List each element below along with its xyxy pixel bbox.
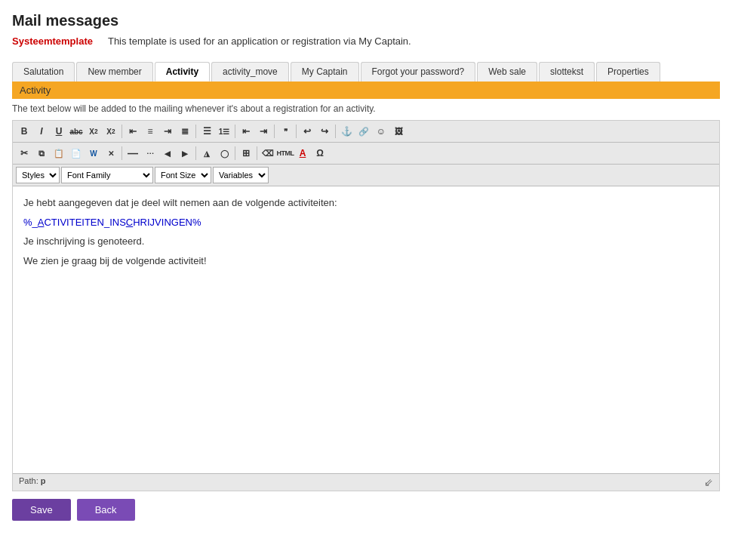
styles-select[interactable]: Styles bbox=[16, 167, 60, 183]
arrow-left-button[interactable]: ◀ bbox=[159, 145, 176, 162]
content-line-4: We zien je graag bij de volgende activit… bbox=[23, 254, 709, 269]
tab-salutation[interactable]: Salutation bbox=[12, 62, 75, 82]
align-center-button[interactable]: ≡ bbox=[142, 123, 158, 140]
erase-button[interactable]: ⌫ bbox=[260, 145, 276, 162]
tab-description: The text below will be added to the mail… bbox=[12, 103, 720, 114]
table-button[interactable]: ⊞ bbox=[238, 145, 254, 162]
sep-7 bbox=[121, 146, 122, 160]
save-button[interactable]: Save bbox=[12, 499, 71, 521]
path-element: p bbox=[41, 476, 46, 485]
subscript-button[interactable]: X2 bbox=[85, 123, 102, 140]
buttons-row: Save Back bbox=[12, 499, 720, 521]
content-var-line: %_ACTIVITEITEN_INSCHRIJVINGEN% bbox=[23, 215, 709, 230]
html-source-button[interactable]: HTML bbox=[277, 145, 294, 162]
resize2-button[interactable]: ◯ bbox=[216, 145, 232, 162]
sep-2 bbox=[195, 125, 196, 138]
italic-button[interactable]: I bbox=[33, 123, 50, 140]
tab-forgot-password[interactable]: Forgot your password? bbox=[361, 62, 476, 82]
path-info: Path: p bbox=[19, 476, 45, 488]
tab-my-captain[interactable]: My Captain bbox=[291, 62, 359, 82]
resize-handle[interactable]: ⇙ bbox=[704, 476, 713, 488]
tab-activity-move[interactable]: activity_move bbox=[211, 62, 289, 82]
paste-text-button[interactable]: 📄 bbox=[68, 145, 85, 162]
bold-button[interactable]: B bbox=[16, 123, 32, 140]
undo-button[interactable]: ↩ bbox=[299, 123, 315, 140]
strikethrough-button[interactable]: abc bbox=[68, 123, 85, 140]
indent-button[interactable]: ⇥ bbox=[255, 123, 272, 140]
activity-variable: %_ACTIVITEITEN_INSCHRIJVINGEN% bbox=[23, 217, 201, 228]
outdent-button[interactable]: ⇤ bbox=[238, 123, 254, 140]
editor-content[interactable]: Je hebt aangegeven dat je deel wilt neme… bbox=[13, 186, 719, 473]
paste-word-button[interactable]: W bbox=[85, 145, 102, 162]
ul-button[interactable]: ☰ bbox=[198, 123, 215, 140]
sep-10 bbox=[257, 146, 257, 160]
page-break-button[interactable]: ⋯ bbox=[142, 145, 158, 162]
arrow-right-button[interactable]: ▶ bbox=[177, 145, 193, 162]
font-size-select[interactable]: Font Size 8 10 12 14 16 18 24 bbox=[155, 167, 211, 183]
paste-button[interactable]: 📋 bbox=[51, 145, 67, 162]
content-line-1: Je hebt aangegeven dat je deel wilt neme… bbox=[23, 195, 709, 211]
template-description: This template is used for an application… bbox=[108, 35, 411, 47]
special-chars-button[interactable]: Ω bbox=[312, 145, 328, 162]
editor-path-bar: Path: p ⇙ bbox=[13, 473, 719, 491]
tab-web-sale[interactable]: Web sale bbox=[477, 62, 537, 82]
underline-button[interactable]: U bbox=[51, 123, 67, 140]
emoticon-button[interactable]: ☺ bbox=[373, 123, 389, 140]
toolbar-row-2: ✂ ⧉ 📋 📄 W ✕ — ⋯ ◀ ▶ ◮ ◯ ⊞ ⌫ HTML A Ω bbox=[13, 143, 719, 165]
sep-9 bbox=[235, 146, 235, 160]
tabs-container: Salutation New member Activity activity_… bbox=[12, 62, 720, 82]
copy-button[interactable]: ⧉ bbox=[33, 145, 50, 162]
tab-activity[interactable]: Activity bbox=[155, 62, 210, 82]
sep-4 bbox=[274, 125, 275, 138]
tab-properties[interactable]: Properties bbox=[596, 62, 660, 82]
sep-1 bbox=[121, 125, 122, 138]
sep-6 bbox=[335, 125, 336, 138]
content-line-3: Je inschrijving is genoteerd. bbox=[23, 234, 709, 249]
header-row: Systeemtemplate This template is used fo… bbox=[12, 35, 720, 47]
tab-new-member[interactable]: New member bbox=[76, 62, 152, 82]
redo-button[interactable]: ↪ bbox=[316, 123, 333, 140]
active-tab-bar: Activity bbox=[12, 82, 720, 99]
remove-format-button[interactable]: ✕ bbox=[103, 145, 119, 162]
font-family-select[interactable]: Font Family Arial Georgia Times New Roma… bbox=[61, 167, 153, 183]
variables-select[interactable]: Variables bbox=[213, 167, 269, 183]
editor-wrapper: B I U abc X2 X2 ⇤ ≡ ⇥ ≣ ☰ 1☰ ⇤ ⇥ ❞ ↩ ↪ ⚓… bbox=[12, 120, 720, 491]
system-template-label: Systeemtemplate bbox=[12, 35, 93, 47]
back-button[interactable]: Back bbox=[77, 499, 135, 521]
align-left-button[interactable]: ⇤ bbox=[125, 123, 141, 140]
image-button[interactable]: 🖼 bbox=[390, 123, 407, 140]
cut-button[interactable]: ✂ bbox=[16, 145, 32, 162]
ol-button[interactable]: 1☰ bbox=[216, 123, 232, 140]
superscript-button[interactable]: X2 bbox=[103, 123, 119, 140]
link-button[interactable]: 🔗 bbox=[355, 123, 372, 140]
page-title: Mail messages bbox=[12, 12, 720, 29]
toolbar-row-1: B I U abc X2 X2 ⇤ ≡ ⇥ ≣ ☰ 1☰ ⇤ ⇥ ❞ ↩ ↪ ⚓… bbox=[13, 121, 719, 143]
path-label: Path: bbox=[19, 476, 38, 485]
sep-5 bbox=[296, 125, 297, 138]
hr-button[interactable]: — bbox=[125, 145, 141, 162]
anchor-button[interactable]: ⚓ bbox=[338, 123, 355, 140]
justify-button[interactable]: ≣ bbox=[177, 123, 193, 140]
sep-3 bbox=[235, 125, 235, 138]
toolbar-row-3: Styles Font Family Arial Georgia Times N… bbox=[13, 165, 719, 186]
tab-slottekst[interactable]: slottekst bbox=[539, 62, 595, 82]
blockquote-button[interactable]: ❞ bbox=[277, 123, 294, 140]
align-right-button[interactable]: ⇥ bbox=[159, 123, 176, 140]
resize-button[interactable]: ◮ bbox=[198, 145, 215, 162]
text-color-button[interactable]: A bbox=[294, 145, 311, 162]
sep-8 bbox=[195, 146, 196, 160]
